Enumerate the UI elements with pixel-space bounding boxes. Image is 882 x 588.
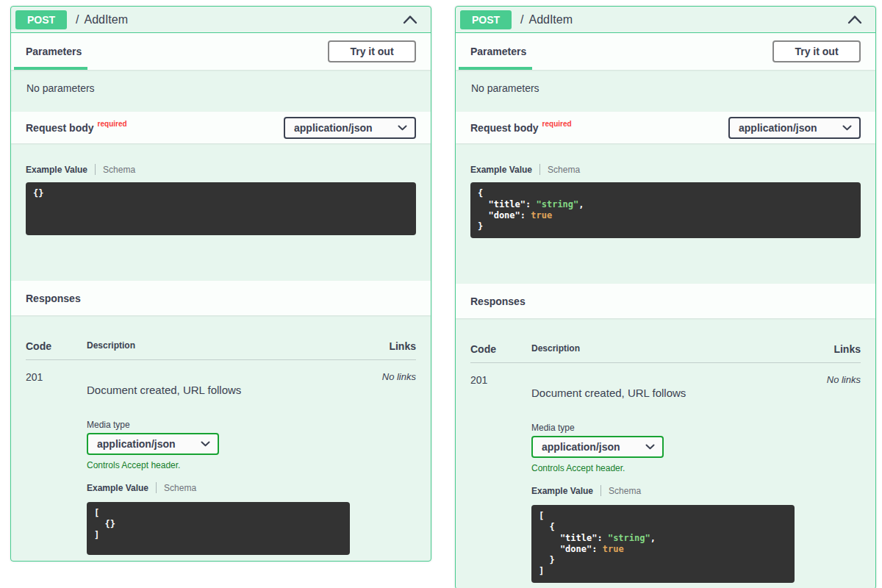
opblock-post: POST / AddItem Parameters Try it out No …	[10, 6, 431, 562]
response-row: 201 Document created, URL follows Media …	[26, 360, 416, 555]
opblock-post: POST / AddItem Parameters Try it out No …	[455, 6, 876, 588]
media-type-label: Media type	[531, 423, 795, 433]
example-tabs: Example Value Schema	[26, 164, 416, 175]
response-description: Document created, URL follows	[87, 384, 350, 396]
tab-divider	[95, 164, 96, 175]
parameters-header: Parameters Try it out	[11, 33, 431, 70]
method-badge: POST	[15, 10, 67, 29]
method-badge: POST	[460, 10, 512, 29]
schema-tab[interactable]: Schema	[164, 483, 196, 493]
media-type-select-wrap: application/json	[87, 433, 219, 455]
code-column-header: Code	[26, 340, 87, 352]
path-separator: /	[520, 13, 523, 26]
request-body-section: Example Value Schema { "title": "string"…	[456, 164, 875, 284]
response-example-code: [ { "title": "string", "done": true }]	[531, 505, 795, 583]
request-body-header: Request body required application/json	[456, 112, 875, 143]
responses-title: Responses	[470, 295, 526, 307]
content-type-select[interactable]: application/json	[728, 117, 861, 139]
response-description-cell: Document created, URL follows Media type…	[531, 374, 795, 583]
request-body-section: Example Value Schema {}	[11, 164, 431, 281]
response-row: 201 Document created, URL follows Media …	[470, 363, 861, 583]
collapse-button[interactable]	[846, 13, 864, 26]
path-name: AddItem	[84, 13, 128, 26]
responses-section: Code Description Links 201 Document crea…	[11, 315, 431, 561]
schema-tab[interactable]: Schema	[548, 165, 580, 175]
content-type-select[interactable]: application/json	[284, 117, 416, 139]
example-value-tab[interactable]: Example Value	[87, 483, 148, 493]
response-description-cell: Document created, URL follows Media type…	[87, 371, 350, 555]
request-example-code: { "title": "string", "done": true}	[470, 182, 861, 238]
media-type-select[interactable]: application/json	[87, 433, 219, 455]
tab-divider	[156, 482, 157, 493]
example-tabs: Example Value Schema	[470, 164, 861, 175]
required-badge: required	[98, 120, 127, 128]
request-example-code: {}	[26, 182, 416, 235]
responses-section: Code Description Links 201 Document crea…	[456, 318, 875, 588]
path-name: AddItem	[528, 13, 573, 26]
schema-tab[interactable]: Schema	[609, 486, 641, 496]
chevron-up-icon	[847, 15, 862, 24]
try-it-out-button[interactable]: Try it out	[772, 40, 861, 62]
request-body-title: Request body	[26, 122, 94, 134]
no-parameters-text: No parameters	[456, 70, 875, 112]
accept-header-note: Controls Accept header.	[531, 463, 795, 473]
schema-tab[interactable]: Schema	[103, 165, 135, 175]
response-links: No links	[795, 374, 861, 583]
responses-header: Responses	[11, 281, 431, 315]
response-code: 201	[470, 374, 531, 583]
parameters-header: Parameters Try it out	[456, 33, 875, 70]
endpoint-path: / AddItem	[76, 13, 128, 26]
no-parameters-text: No parameters	[11, 70, 431, 112]
request-body-title: Request body	[470, 122, 539, 134]
required-badge: required	[542, 120, 572, 128]
media-type-select[interactable]: application/json	[531, 436, 664, 458]
active-tab-underline	[14, 67, 87, 70]
example-tabs: Example Value Schema	[87, 482, 350, 493]
content-type-select-wrap: application/json	[728, 117, 861, 139]
try-it-out-button[interactable]: Try it out	[328, 40, 416, 62]
response-table-header: Code Description Links	[26, 330, 416, 360]
links-column-header: Links	[795, 343, 861, 355]
description-column-header: Description	[87, 340, 350, 352]
media-type-select-wrap: application/json	[531, 436, 664, 458]
example-value-tab[interactable]: Example Value	[470, 165, 532, 175]
parameters-title: Parameters	[470, 46, 526, 57]
response-code: 201	[26, 371, 87, 555]
links-column-header: Links	[350, 340, 416, 352]
chevron-up-icon	[403, 15, 417, 24]
response-example-code: [ {}]	[87, 502, 350, 555]
operations-row: POST / AddItem Parameters Try it out No …	[0, 0, 882, 588]
active-tab-underline	[459, 67, 532, 70]
example-value-tab[interactable]: Example Value	[26, 165, 87, 175]
example-value-tab[interactable]: Example Value	[531, 486, 593, 496]
opblock-summary[interactable]: POST / AddItem	[11, 7, 431, 33]
example-tabs: Example Value Schema	[531, 485, 795, 496]
description-column-header: Description	[531, 343, 795, 355]
code-column-header: Code	[470, 343, 531, 355]
responses-title: Responses	[26, 293, 81, 304]
response-table-header: Code Description Links	[470, 333, 861, 363]
response-description: Document created, URL follows	[531, 387, 795, 399]
response-links: No links	[350, 371, 416, 555]
responses-header: Responses	[456, 284, 875, 318]
parameters-title: Parameters	[26, 46, 82, 57]
opblock-summary[interactable]: POST / AddItem	[456, 7, 875, 33]
accept-header-note: Controls Accept header.	[87, 460, 350, 470]
content-type-select-wrap: application/json	[284, 117, 416, 139]
path-separator: /	[76, 13, 79, 26]
tab-divider	[600, 485, 601, 496]
endpoint-path: / AddItem	[520, 13, 573, 26]
collapse-button[interactable]	[401, 13, 419, 26]
media-type-label: Media type	[87, 420, 350, 430]
request-body-header: Request body required application/json	[11, 112, 431, 143]
tab-divider	[539, 164, 540, 175]
